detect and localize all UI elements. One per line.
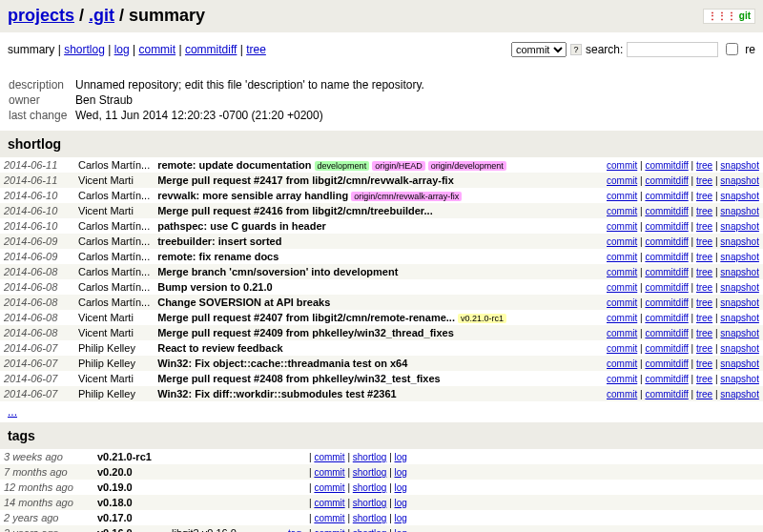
- commitdiff-link[interactable]: commitdiff: [645, 358, 688, 369]
- commitdiff-link[interactable]: commitdiff: [645, 313, 688, 323]
- tag-name[interactable]: v0.16.0: [93, 525, 168, 532]
- tree-link[interactable]: tree: [696, 236, 712, 247]
- snapshot-link[interactable]: snapshot: [720, 160, 759, 171]
- commitdiff-link[interactable]: commitdiff: [645, 328, 688, 338]
- tag-name[interactable]: v0.21.0-rc1: [93, 449, 168, 464]
- commitdiff-link[interactable]: commitdiff: [645, 297, 688, 308]
- breadcrumb-root[interactable]: projects: [8, 6, 74, 25]
- tree-link[interactable]: tree: [696, 328, 712, 338]
- log-link[interactable]: log: [395, 528, 407, 533]
- log-link[interactable]: log: [395, 467, 407, 478]
- commit-link[interactable]: commit: [314, 467, 344, 478]
- commitdiff-link[interactable]: commitdiff: [645, 343, 688, 354]
- commitdiff-link[interactable]: commitdiff: [645, 282, 688, 293]
- nav-commit[interactable]: commit: [138, 43, 175, 56]
- commit-link[interactable]: commit: [607, 267, 637, 277]
- nav-log[interactable]: log: [114, 43, 130, 56]
- tag-link[interactable]: tag: [288, 528, 301, 533]
- snapshot-link[interactable]: snapshot: [720, 282, 759, 293]
- nav-shortlog[interactable]: shortlog: [64, 43, 105, 56]
- commit-link[interactable]: commit: [314, 498, 344, 508]
- commitdiff-link[interactable]: commitdiff: [645, 221, 688, 232]
- tree-link[interactable]: tree: [696, 252, 712, 262]
- snapshot-link[interactable]: snapshot: [720, 358, 759, 369]
- search-type-select[interactable]: commit: [511, 42, 567, 57]
- commit-link[interactable]: commit: [607, 389, 637, 399]
- shortlog-more-link[interactable]: ...: [8, 405, 17, 419]
- commit-link[interactable]: commit: [607, 374, 637, 384]
- nav-commitdiff[interactable]: commitdiff: [185, 43, 237, 56]
- snapshot-link[interactable]: snapshot: [720, 313, 759, 323]
- commit-link[interactable]: commit: [314, 482, 344, 493]
- tree-link[interactable]: tree: [696, 358, 712, 369]
- commitdiff-link[interactable]: commitdiff: [645, 160, 688, 171]
- shortlog-link[interactable]: shortlog: [353, 452, 387, 462]
- tree-link[interactable]: tree: [696, 343, 712, 354]
- tag-name[interactable]: v0.20.0: [93, 464, 168, 480]
- log-link[interactable]: log: [395, 513, 407, 523]
- log-link[interactable]: log: [395, 452, 407, 462]
- tree-link[interactable]: tree: [696, 313, 712, 323]
- snapshot-link[interactable]: snapshot: [720, 252, 759, 262]
- commit-link[interactable]: commit: [607, 358, 637, 369]
- help-icon[interactable]: ?: [570, 44, 582, 55]
- commit-link[interactable]: commit: [314, 528, 344, 533]
- snapshot-link[interactable]: snapshot: [720, 343, 759, 354]
- commit-link[interactable]: commit: [607, 313, 637, 323]
- commit-link[interactable]: commit: [607, 236, 637, 247]
- shortlog-link[interactable]: shortlog: [353, 482, 387, 493]
- snapshot-link[interactable]: snapshot: [720, 374, 759, 384]
- commitdiff-link[interactable]: commitdiff: [645, 267, 688, 277]
- tree-link[interactable]: tree: [696, 206, 712, 216]
- commit-link[interactable]: commit: [607, 282, 637, 293]
- regex-checkbox[interactable]: [726, 43, 738, 55]
- commit-link[interactable]: commit: [314, 452, 344, 462]
- tree-link[interactable]: tree: [696, 160, 712, 171]
- commit-link[interactable]: commit: [607, 343, 637, 354]
- snapshot-link[interactable]: snapshot: [720, 267, 759, 277]
- tree-link[interactable]: tree: [696, 374, 712, 384]
- tree-link[interactable]: tree: [696, 389, 712, 399]
- snapshot-link[interactable]: snapshot: [720, 221, 759, 232]
- snapshot-link[interactable]: snapshot: [720, 389, 759, 399]
- ref-tag[interactable]: origin/cmn/revwalk-array-fix: [351, 192, 462, 201]
- ref-tag[interactable]: origin/development: [428, 161, 506, 171]
- shortlog-link[interactable]: shortlog: [353, 467, 387, 478]
- commit-link[interactable]: commit: [607, 297, 637, 308]
- commit-link[interactable]: commit: [607, 160, 637, 171]
- log-link[interactable]: log: [395, 482, 407, 493]
- breadcrumb-repo[interactable]: .git: [89, 6, 114, 25]
- commitdiff-link[interactable]: commitdiff: [645, 236, 688, 247]
- tag-name[interactable]: v0.17.0: [93, 510, 168, 525]
- snapshot-link[interactable]: snapshot: [720, 206, 759, 216]
- commitdiff-link[interactable]: commitdiff: [645, 175, 688, 186]
- tree-link[interactable]: tree: [696, 267, 712, 277]
- ref-tag[interactable]: v0.21.0-rc1: [458, 314, 506, 323]
- commit-link[interactable]: commit: [607, 221, 637, 232]
- tag-name[interactable]: v0.19.0: [93, 480, 168, 495]
- snapshot-link[interactable]: snapshot: [720, 236, 759, 247]
- commitdiff-link[interactable]: commitdiff: [645, 389, 688, 399]
- commitdiff-link[interactable]: commitdiff: [645, 252, 688, 262]
- shortlog-link[interactable]: shortlog: [353, 528, 387, 533]
- tree-link[interactable]: tree: [696, 191, 712, 201]
- commitdiff-link[interactable]: commitdiff: [645, 374, 688, 384]
- shortlog-link[interactable]: shortlog: [353, 513, 387, 523]
- commit-link[interactable]: commit: [607, 175, 637, 186]
- snapshot-link[interactable]: snapshot: [720, 328, 759, 338]
- ref-tag[interactable]: development: [315, 161, 370, 171]
- search-input[interactable]: [627, 42, 718, 57]
- commitdiff-link[interactable]: commitdiff: [645, 191, 688, 201]
- ref-tag[interactable]: origin/HEAD: [372, 161, 425, 171]
- commit-link[interactable]: commit: [314, 513, 344, 523]
- commit-link[interactable]: commit: [607, 252, 637, 262]
- tree-link[interactable]: tree: [696, 175, 712, 186]
- commit-link[interactable]: commit: [607, 328, 637, 338]
- shortlog-link[interactable]: shortlog: [353, 498, 387, 508]
- tree-link[interactable]: tree: [696, 282, 712, 293]
- snapshot-link[interactable]: snapshot: [720, 191, 759, 201]
- snapshot-link[interactable]: snapshot: [720, 175, 759, 186]
- commit-link[interactable]: commit: [607, 191, 637, 201]
- tree-link[interactable]: tree: [696, 297, 712, 308]
- tree-link[interactable]: tree: [696, 221, 712, 232]
